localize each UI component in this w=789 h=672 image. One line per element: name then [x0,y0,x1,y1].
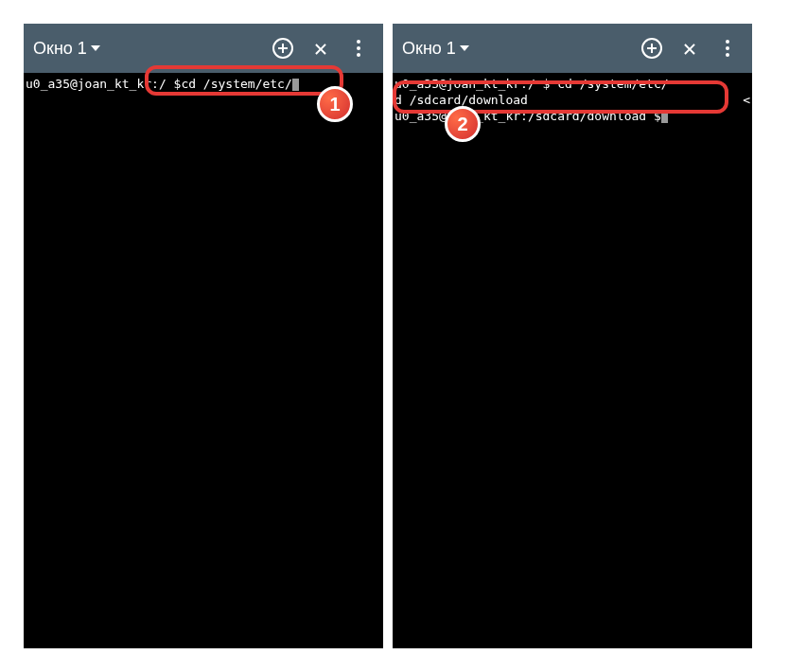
close-button[interactable]: ✕ [675,33,705,63]
dropdown-icon [91,45,100,51]
command-text: cd /system/etc/ [181,77,291,93]
toolbar: Окно 1 ✕ [24,24,383,73]
plus-circle-icon [272,38,293,59]
dropdown-icon [460,45,469,51]
continuation-indicator: < [743,93,750,109]
terminal-line-3: u0_a35@joan_kt_kr:/sdcard/download $ [394,109,750,125]
close-button[interactable]: ✕ [306,33,336,63]
close-icon: ✕ [683,37,696,60]
terminal-line: u0_a35@joan_kt_kr:/ $ cd /system/etc/ [26,77,381,93]
terminal-line-2: d /sdcard/download < [394,93,750,109]
terminal-line-1: u0_a35@joan_kt_kr:/ $ cd /system/etc/ [394,77,750,93]
plus-circle-icon [641,38,662,59]
kebab-icon [726,40,729,57]
window-title-text: Окно 1 [402,39,456,59]
cursor [292,79,299,91]
window-title-dropdown[interactable]: Окно 1 [402,39,629,59]
new-window-button[interactable] [268,33,298,63]
cursor [661,111,668,123]
terminal-area[interactable]: u0_a35@joan_kt_kr:/ $ cd /system/etc/ d … [393,73,752,648]
menu-button[interactable] [712,33,743,63]
close-icon: ✕ [314,37,327,60]
terminal-area[interactable]: u0_a35@joan_kt_kr:/ $ cd /system/etc/ 1 [24,73,383,648]
phone-screen-right: Окно 1 ✕ u0_a35@joan_kt_kr:/ $ cd /syste… [393,24,752,648]
window-title-dropdown[interactable]: Окно 1 [33,39,260,59]
menu-button[interactable] [343,33,374,63]
window-title-text: Окно 1 [33,39,87,59]
toolbar: Окно 1 ✕ [393,24,752,73]
prompt-text: u0_a35@joan_kt_kr:/ $ [26,77,181,93]
kebab-icon [357,40,360,57]
new-window-button[interactable] [637,33,667,63]
phone-screen-left: Окно 1 ✕ u0_a35@joan_kt_kr:/ $ cd /syste… [24,24,383,648]
